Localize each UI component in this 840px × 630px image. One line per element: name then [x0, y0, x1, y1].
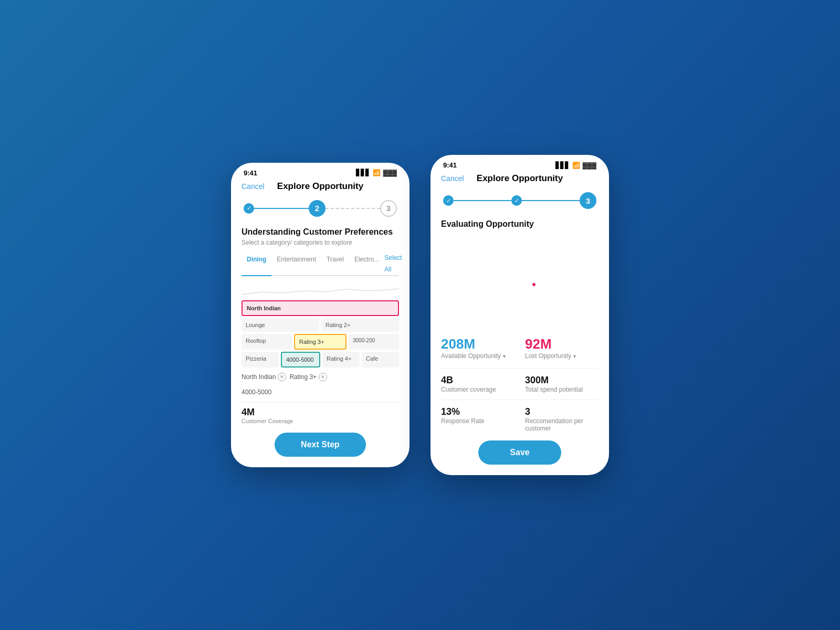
step-circle-3: 3	[380, 200, 397, 217]
cell-rating-3plus[interactable]: Rating 3+	[294, 334, 346, 350]
section-subtitle-1: Select a category/ categories to explore	[242, 239, 399, 246]
remove-rating-3plus-btn[interactable]: ✕	[319, 373, 327, 381]
stat-row-secondary-1: 4B Customer coverage 300M Total spend po…	[441, 375, 598, 393]
next-step-button[interactable]: Next Step	[275, 433, 366, 457]
step-circle-3-active: 3	[580, 192, 596, 209]
tag-north-indian: North Indian ✕	[242, 373, 286, 381]
recommendation-label: Reccomendation per customer	[525, 417, 598, 432]
grid-row-3: Rooftop Rating 3+ 3000-200	[242, 334, 399, 350]
nav-bar-1: Cancel Explore Opportunity	[242, 181, 399, 192]
lost-opportunity-label: Lost Opportunity ▾	[525, 352, 598, 360]
customer-coverage-value: 4M	[242, 407, 399, 418]
step-check-2a: ✓	[443, 195, 454, 206]
status-bar-1: 9:41 ▋▋▋ 📶 ▓▓▓	[231, 163, 410, 181]
spend-potential-value: 300M	[525, 375, 598, 386]
nav-bar-2: Cancel Explore Opportunity	[441, 173, 598, 184]
cancel-button-1[interactable]: Cancel	[242, 182, 265, 191]
step-line-1	[254, 208, 309, 209]
step-line-dashed-1	[326, 208, 380, 209]
chevron-down-icon-1[interactable]: ▾	[503, 353, 506, 359]
customer-coverage-label: Customer Coverage	[242, 418, 399, 424]
customer-coverage-stat-label: Customer coverage	[441, 386, 514, 393]
cell-3000-200[interactable]: 3000-200	[349, 334, 399, 350]
time-2: 9:41	[443, 161, 457, 169]
recommendation-value: 3	[525, 406, 598, 417]
phone-1: 9:41 ▋▋▋ 📶 ▓▓▓ Cancel Explore Opportunit…	[231, 163, 410, 467]
save-button[interactable]: Save	[478, 440, 561, 465]
lost-opportunity-block: 92M Lost Opportunity ▾	[525, 336, 598, 360]
tab-entertainment[interactable]: Entertainment	[271, 253, 321, 275]
section-title-2: Evaluating Opportunity	[441, 219, 598, 229]
customer-coverage-stat-value: 4B	[441, 375, 514, 386]
available-opportunity-value: 208M	[441, 336, 514, 352]
battery-icon: ▓▓▓	[383, 169, 397, 176]
wifi-icon: 📶	[373, 169, 381, 176]
stat-row-secondary-2: 13% Response Rate 3 Reccomendation per c…	[441, 406, 598, 432]
lost-opportunity-value: 92M	[525, 336, 598, 352]
tab-electronics[interactable]: Electro...	[349, 253, 384, 275]
stat-row-primary: 208M Available Opportunity ▾ 92M Lost Op…	[441, 336, 598, 360]
opportunity-stats: 208M Available Opportunity ▾ 92M Lost Op…	[441, 336, 598, 432]
time-1: 9:41	[244, 169, 257, 177]
page-title-1: Explore Opportunity	[277, 181, 363, 192]
tab-travel[interactable]: Travel	[321, 253, 349, 275]
dot-decoration	[532, 283, 536, 286]
available-opportunity-block: 208M Available Opportunity ▾	[441, 336, 514, 360]
step-check-1: ✓	[244, 203, 254, 214]
step-circle-2: 2	[309, 200, 326, 217]
chevron-down-icon-2[interactable]: ▾	[573, 353, 576, 359]
cell-north-indian[interactable]: North Indian	[242, 300, 399, 316]
tabs-row-1: Dining Entertainment Travel Electro... S…	[242, 253, 399, 276]
grid-row-4: Pizzeria 4000-5000 Rating 4+ Cafe	[242, 352, 399, 368]
step-check-2b: ✓	[511, 195, 522, 206]
step-indicator-2: ✓ ✓ 3	[441, 192, 598, 209]
cancel-button-2[interactable]: Cancel	[441, 174, 464, 183]
section-title-1: Understanding Customer Preferences	[242, 227, 399, 237]
battery-icon-2: ▓▓▓	[583, 162, 596, 169]
remove-north-indian-btn[interactable]: ✕	[278, 373, 286, 381]
tab-dining[interactable]: Dining	[242, 253, 271, 276]
phone-2-content: Cancel Explore Opportunity ✓ ✓ 3 Evaluat…	[430, 173, 609, 475]
tag-rating-3plus: Rating 3+ ✕	[289, 373, 327, 381]
cell-pizzeria[interactable]: Pizzeria	[242, 352, 279, 368]
phone-2: 9:41 ▋▋▋ 📶 ▓▓▓ Cancel Explore Opportunit…	[430, 155, 609, 475]
cell-rating-2plus[interactable]: Rating 2+	[321, 318, 399, 332]
grid-row-2: Lounge Rating 2+	[242, 318, 399, 332]
stat-divider-2	[441, 400, 598, 400]
status-icons-1: ▋▋▋ 📶 ▓▓▓	[356, 169, 397, 176]
empty-area	[441, 231, 598, 326]
cell-rating-4plus[interactable]: Rating 4+	[322, 352, 360, 368]
grid-row-1: North Indian	[242, 300, 399, 316]
spend-potential-label: Total spend potential	[525, 386, 598, 393]
step-line-2a	[454, 200, 511, 201]
filter-4000-5000: 4000-5000	[242, 386, 399, 398]
spend-potential-block: 300M Total spend potential	[525, 375, 598, 393]
signal-icon: ▋▋▋	[356, 169, 370, 176]
page-title-2: Explore Opportunity	[477, 173, 563, 184]
stat-divider-1	[441, 368, 598, 369]
recommendation-block: 3 Reccomendation per customer	[525, 406, 598, 432]
cell-cafe[interactable]: Cafe	[362, 352, 399, 368]
response-rate-value: 13%	[441, 406, 514, 417]
tag-label-north-indian: North Indian	[242, 373, 276, 381]
status-bar-2: 9:41 ▋▋▋ 📶 ▓▓▓	[430, 155, 609, 173]
cell-lounge[interactable]: Lounge	[242, 318, 319, 332]
signal-icon-2: ▋▋▋	[555, 162, 570, 169]
grid-table: North Indian Lounge Rating 2+ Rooftop Ra…	[242, 300, 399, 368]
response-rate-block: 13% Response Rate	[441, 406, 514, 432]
phone-1-content: Cancel Explore Opportunity ✓ 2 3 Underst…	[231, 181, 410, 467]
response-rate-label: Response Rate	[441, 417, 514, 425]
step-line-2b	[522, 200, 580, 201]
customer-coverage-block: 4B Customer coverage	[441, 375, 514, 393]
status-icons-2: ▋▋▋ 📶 ▓▓▓	[555, 162, 596, 169]
divider-1	[242, 402, 399, 403]
cell-rooftop[interactable]: Rooftop	[242, 334, 292, 350]
chart-area	[242, 281, 399, 297]
tags-row: North Indian ✕ Rating 3+ ✕	[242, 373, 399, 381]
wifi-icon-2: 📶	[572, 162, 580, 169]
step-indicator-1: ✓ 2 3	[242, 200, 399, 217]
tag-label-rating-3plus: Rating 3+	[289, 373, 317, 381]
available-opportunity-label: Available Opportunity ▾	[441, 352, 514, 360]
select-all-link[interactable]: Select All	[384, 253, 402, 275]
cell-4000-5000[interactable]: 4000-5000	[281, 352, 320, 368]
